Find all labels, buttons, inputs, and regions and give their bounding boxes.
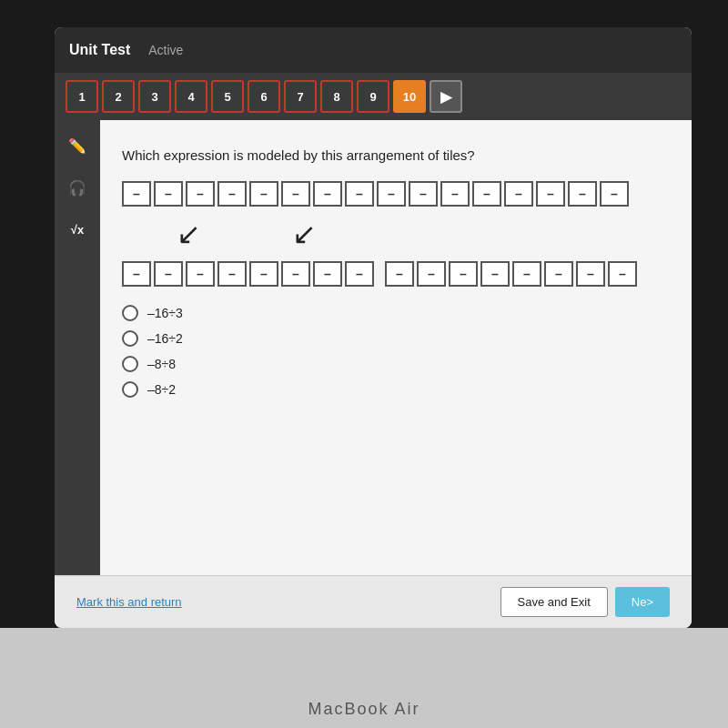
screen: Unit Test Active 1 2 3 4 5 6 7 8 9 10 ▶ … bbox=[55, 27, 692, 628]
tile: – bbox=[345, 261, 374, 287]
save-exit-button[interactable]: Save and Exit bbox=[500, 587, 608, 617]
sqrt-icon[interactable]: √x bbox=[61, 213, 94, 246]
unit-test-title: Unit Test bbox=[69, 42, 130, 58]
tile: – bbox=[409, 181, 438, 207]
tile: – bbox=[345, 181, 374, 207]
nav-btn-2[interactable]: 2 bbox=[102, 80, 135, 113]
radio-d[interactable] bbox=[122, 381, 138, 398]
top-tile-row: – – – – – – – – – – – – – – – – bbox=[122, 181, 664, 207]
tile: – bbox=[544, 261, 573, 287]
active-status: Active bbox=[148, 43, 183, 57]
tile: – bbox=[440, 181, 470, 207]
tile: – bbox=[186, 181, 215, 207]
pencil-icon[interactable]: ✏️ bbox=[61, 129, 94, 162]
mark-return-link[interactable]: Mark this and return bbox=[76, 595, 182, 609]
nav-btn-9[interactable]: 9 bbox=[357, 80, 389, 113]
nav-btn-3[interactable]: 3 bbox=[138, 80, 171, 113]
nav-btn-6[interactable]: 6 bbox=[248, 80, 280, 113]
tile: – bbox=[536, 181, 565, 207]
bottom-tile-groups: – – – – – – – – – – – – – – – bbox=[122, 261, 664, 287]
tile: – bbox=[377, 181, 406, 207]
header-bar: Unit Test Active bbox=[55, 27, 692, 73]
choice-d[interactable]: –8÷2 bbox=[122, 381, 664, 398]
tile: – bbox=[608, 261, 637, 287]
tile: – bbox=[122, 261, 151, 287]
tile: – bbox=[313, 261, 342, 287]
tile: – bbox=[417, 261, 446, 287]
tile: – bbox=[281, 261, 310, 287]
tile: – bbox=[281, 181, 310, 207]
question-nav: 1 2 3 4 5 6 7 8 9 10 ▶ bbox=[55, 73, 692, 120]
answer-choices: –16÷3 –16÷2 –8÷8 –8÷2 bbox=[122, 305, 664, 398]
tile: – bbox=[249, 181, 278, 207]
radio-a[interactable] bbox=[122, 305, 138, 321]
choice-a[interactable]: –16÷3 bbox=[122, 305, 664, 321]
right-arrow-icon: ↙ bbox=[292, 219, 317, 248]
main-content: Which expression is modeled by this arra… bbox=[100, 120, 692, 575]
tile: – bbox=[600, 181, 629, 207]
nav-btn-4[interactable]: 4 bbox=[175, 80, 207, 113]
tile: – bbox=[154, 181, 183, 207]
tile: – bbox=[576, 261, 605, 287]
tile: – bbox=[217, 181, 247, 207]
left-arrow-icon: ↙ bbox=[177, 219, 201, 248]
tile: – bbox=[385, 261, 414, 287]
tile: – bbox=[480, 261, 510, 287]
footer-buttons: Save and Exit Ne> bbox=[500, 587, 670, 617]
nav-next-arrow[interactable]: ▶ bbox=[430, 80, 462, 113]
headphones-icon[interactable]: 🎧 bbox=[61, 171, 94, 204]
tile: – bbox=[449, 261, 478, 287]
tile: – bbox=[249, 261, 278, 287]
next-button[interactable]: Ne> bbox=[615, 587, 670, 617]
nav-btn-7[interactable]: 7 bbox=[284, 80, 317, 113]
left-tile-group: – – – – – – – – bbox=[122, 261, 374, 287]
tile: – bbox=[154, 261, 183, 287]
right-tile-group: – – – – – – – – bbox=[385, 261, 637, 287]
radio-b[interactable] bbox=[122, 330, 138, 347]
tile: – bbox=[313, 181, 342, 207]
nav-btn-10[interactable]: 10 bbox=[393, 80, 426, 113]
tile: – bbox=[504, 181, 533, 207]
tile: – bbox=[568, 181, 597, 207]
choice-c[interactable]: –8÷8 bbox=[122, 356, 664, 372]
nav-btn-8[interactable]: 8 bbox=[320, 80, 353, 113]
tile: – bbox=[122, 181, 151, 207]
footer: Mark this and return Save and Exit Ne> bbox=[55, 575, 692, 628]
tile: – bbox=[186, 261, 215, 287]
tile: – bbox=[472, 181, 501, 207]
tile: – bbox=[217, 261, 247, 287]
nav-btn-1[interactable]: 1 bbox=[66, 80, 98, 113]
radio-c[interactable] bbox=[122, 356, 138, 372]
nav-btn-5[interactable]: 5 bbox=[211, 80, 244, 113]
question-text: Which expression is modeled by this arra… bbox=[122, 147, 664, 163]
choice-b[interactable]: –16÷2 bbox=[122, 330, 664, 347]
tile: – bbox=[512, 261, 541, 287]
macbook-brand: MacBook Air bbox=[308, 700, 420, 719]
macbook-bezel: MacBook Air bbox=[0, 628, 728, 728]
